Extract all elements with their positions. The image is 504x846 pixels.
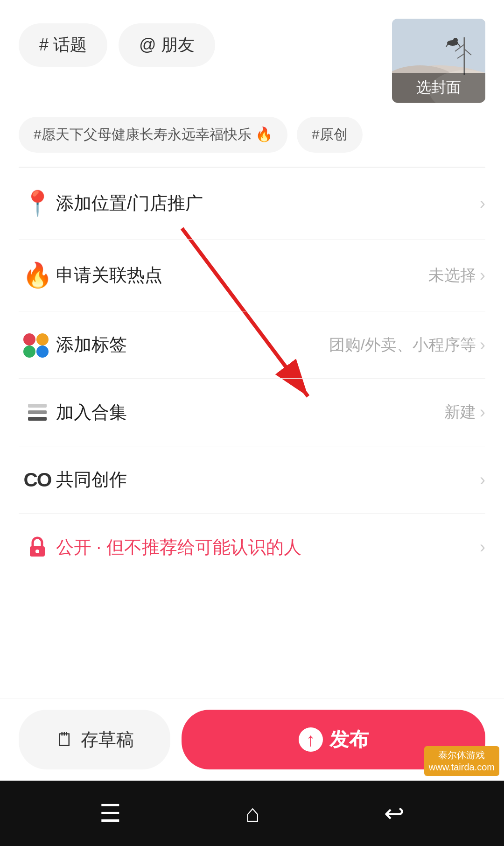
collection-chevron: › xyxy=(480,402,485,422)
draft-label: 存草稿 xyxy=(81,728,134,752)
privacy-icon xyxy=(19,535,56,559)
cocreate-label: 共同创作 xyxy=(56,468,480,492)
watermark-line2: www.tairda.com xyxy=(429,761,495,773)
cover-label: 选封面 xyxy=(392,73,485,103)
hashtag-pill-2[interactable]: #原创 xyxy=(297,117,363,153)
tag-buttons: # 话题 @ 朋友 xyxy=(19,23,215,67)
privacy-chevron: › xyxy=(480,537,485,557)
svg-rect-15 xyxy=(28,410,47,414)
svg-rect-14 xyxy=(28,404,47,408)
tags-value: 团购/外卖、小程序等 xyxy=(329,334,476,356)
hashtag-text-1: #愿天下父母健康长寿永远幸福快乐 🔥 xyxy=(34,125,273,144)
svg-point-18 xyxy=(35,550,39,553)
collection-right: 新建 › xyxy=(444,402,485,423)
hotspot-label: 申请关联热点 xyxy=(56,263,428,287)
hotspot-right: 未选择 › xyxy=(428,265,485,286)
tags-right: 团购/外卖、小程序等 › xyxy=(329,334,485,356)
menu-item-collection[interactable]: 加入合集 新建 › xyxy=(19,379,485,446)
location-icon: 📍 xyxy=(19,189,56,218)
mention-button[interactable]: @ 朋友 xyxy=(119,23,215,67)
nav-menu-icon[interactable]: ☰ xyxy=(99,799,121,827)
nav-home-icon[interactable]: ⌂ xyxy=(245,799,260,827)
draft-button[interactable]: 🗒 存草稿 xyxy=(19,710,170,769)
tags-label: 添加标签 xyxy=(56,333,329,357)
hotspot-chevron: › xyxy=(480,266,485,285)
menu-list: 📍 添加位置/门店推广 › 🔥 申请关联热点 未选择 › 添加标签 团购/外卖、… xyxy=(0,168,504,581)
cocreate-chevron: › xyxy=(480,470,485,490)
privacy-right: › xyxy=(480,537,485,557)
cocreate-icon: CO xyxy=(19,469,56,491)
svg-rect-16 xyxy=(28,417,47,421)
privacy-label: 公开 · 但不推荐给可能认识的人 xyxy=(56,536,480,559)
hotspot-icon: 🔥 xyxy=(19,261,56,289)
tags-chevron: › xyxy=(480,335,485,355)
menu-item-cocreate[interactable]: CO 共同创作 › xyxy=(19,446,485,514)
menu-item-location[interactable]: 📍 添加位置/门店推广 › xyxy=(19,168,485,240)
svg-point-9 xyxy=(453,38,458,42)
publish-icon: ↑ xyxy=(299,727,323,752)
publish-label: 发布 xyxy=(329,726,369,753)
hotspot-value: 未选择 xyxy=(428,265,476,286)
topic-button[interactable]: # 话题 xyxy=(19,23,107,67)
cocreate-right: › xyxy=(480,470,485,490)
watermark: 泰尔体游戏 www.tairda.com xyxy=(424,746,499,776)
draft-icon: 🗒 xyxy=(56,729,74,750)
cover-thumbnail[interactable]: 选封面 xyxy=(392,19,485,103)
menu-item-hotspot[interactable]: 🔥 申请关联热点 未选择 › xyxy=(19,240,485,311)
collection-icon xyxy=(19,400,56,424)
collection-label: 加入合集 xyxy=(56,401,444,424)
hashtag-pill-1[interactable]: #愿天下父母健康长寿永远幸福快乐 🔥 xyxy=(19,117,287,153)
tags-row: #愿天下父母健康长寿永远幸福快乐 🔥 #原创 xyxy=(0,103,504,167)
nav-bar: ☰ ⌂ ↩ xyxy=(0,781,504,846)
location-chevron: › xyxy=(480,194,485,213)
collection-value: 新建 xyxy=(444,402,476,423)
tags-icon xyxy=(19,333,56,357)
watermark-line1: 泰尔体游戏 xyxy=(429,749,495,761)
menu-item-privacy[interactable]: 公开 · 但不推荐给可能认识的人 › xyxy=(19,514,485,581)
top-section: # 话题 @ 朋友 选封面 xyxy=(0,0,504,103)
hashtag-text-2: #原创 xyxy=(312,125,348,144)
nav-back-icon[interactable]: ↩ xyxy=(384,799,405,827)
location-label: 添加位置/门店推广 xyxy=(56,191,480,215)
menu-item-tags[interactable]: 添加标签 团购/外卖、小程序等 › xyxy=(19,311,485,379)
location-right: › xyxy=(480,194,485,213)
